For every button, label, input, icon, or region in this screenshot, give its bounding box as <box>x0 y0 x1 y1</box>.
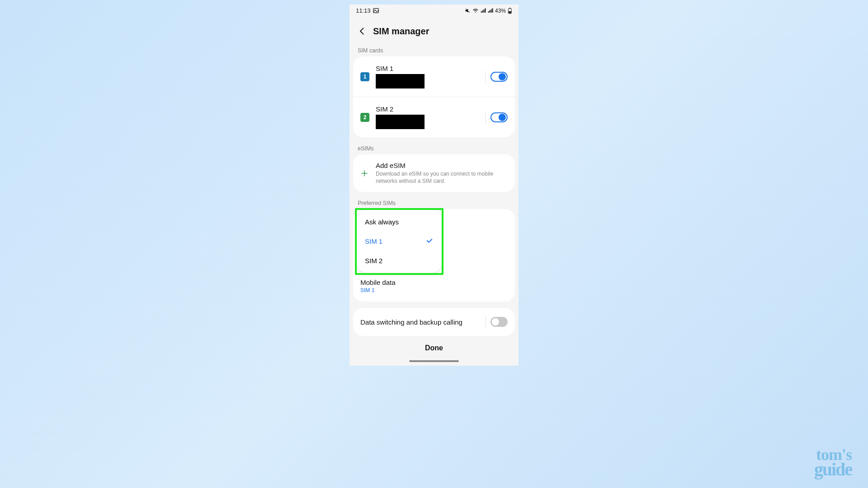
dropdown-option-label: SIM 2 <box>365 257 383 265</box>
sim1-toggle[interactable] <box>490 72 508 82</box>
gesture-bar <box>409 360 459 362</box>
preferred-sim-dropdown: Ask always SIM 1 SIM 2 <box>357 210 442 273</box>
svg-rect-3 <box>481 11 482 13</box>
dropdown-option-ask-always[interactable]: Ask always <box>357 213 442 231</box>
signal-icon <box>481 8 486 14</box>
data-switching-card: Data switching and backup calling <box>353 308 515 336</box>
add-esim-row[interactable]: Add eSIM Download an eSIM so you can con… <box>353 154 515 192</box>
svg-rect-9 <box>491 9 492 13</box>
svg-rect-8 <box>490 10 490 13</box>
divider <box>485 71 486 83</box>
mobile-data-value: SIM 1 <box>360 287 508 293</box>
svg-rect-10 <box>492 8 493 13</box>
data-switching-toggle[interactable] <box>490 317 508 327</box>
plus-icon <box>360 169 369 178</box>
logo-bottom: guide <box>814 462 852 477</box>
battery-pct: 43% <box>495 8 506 14</box>
battery-icon <box>508 8 512 14</box>
sim1-badge-icon: 1 <box>360 72 369 81</box>
dropdown-option-sim2[interactable]: SIM 2 <box>357 251 442 270</box>
svg-rect-13 <box>509 11 511 13</box>
done-button[interactable]: Done <box>350 336 518 360</box>
sim2-toggle[interactable] <box>490 112 508 122</box>
svg-rect-7 <box>488 11 489 13</box>
divider <box>485 112 486 123</box>
svg-rect-6 <box>485 8 486 13</box>
page-header: SIM manager <box>350 16 518 44</box>
gallery-icon <box>373 8 379 14</box>
dropdown-option-label: SIM 1 <box>365 237 383 245</box>
svg-rect-12 <box>509 8 511 9</box>
svg-rect-4 <box>482 10 483 13</box>
dropdown-option-label: Ask always <box>365 218 399 226</box>
signal-icon-2 <box>488 8 493 14</box>
sim2-badge-icon: 2 <box>360 113 369 122</box>
check-icon <box>425 237 434 246</box>
wifi-icon <box>472 8 479 14</box>
page-title: SIM manager <box>373 26 429 37</box>
section-esims-label: eSIMs <box>350 142 518 154</box>
dropdown-option-sim1[interactable]: SIM 1 <box>357 231 442 251</box>
status-time: 11:13 <box>356 7 371 14</box>
sim-row-1[interactable]: 1 SIM 1 <box>353 56 515 97</box>
mobile-data-title: Mobile data <box>360 279 508 286</box>
preferred-sims-card: Ask always SIM 1 SIM 2 Mobile data SIM 1 <box>353 209 515 302</box>
sim-cards-card: 1 SIM 1 2 SIM 2 <box>353 56 515 137</box>
data-switching-row[interactable]: Data switching and backup calling <box>353 308 515 336</box>
watermark-logo: tom's guide <box>814 448 852 477</box>
mute-icon <box>465 8 471 14</box>
sim1-name: SIM 1 <box>376 65 481 72</box>
section-preferred-label: Preferred SIMs <box>350 196 518 209</box>
phone-frame: 11:13 43% SIM <box>350 5 518 366</box>
sim2-carrier-redacted <box>376 115 425 129</box>
sim-row-2[interactable]: 2 SIM 2 <box>353 97 515 137</box>
sim2-name: SIM 2 <box>376 105 481 113</box>
sim1-carrier-redacted <box>376 74 425 88</box>
back-button[interactable] <box>357 26 368 37</box>
preferred-mobile-data-row[interactable]: Mobile data SIM 1 <box>353 272 515 300</box>
add-esim-title: Add eSIM <box>376 162 508 169</box>
esim-card: Add eSIM Download an eSIM so you can con… <box>353 154 515 192</box>
section-sim-cards-label: SIM cards <box>350 44 518 56</box>
divider <box>485 316 486 328</box>
status-bar: 11:13 43% <box>350 5 518 16</box>
data-switching-title: Data switching and backup calling <box>360 318 462 326</box>
svg-rect-5 <box>484 9 485 13</box>
add-esim-description: Download an eSIM so you can connect to m… <box>376 170 508 185</box>
